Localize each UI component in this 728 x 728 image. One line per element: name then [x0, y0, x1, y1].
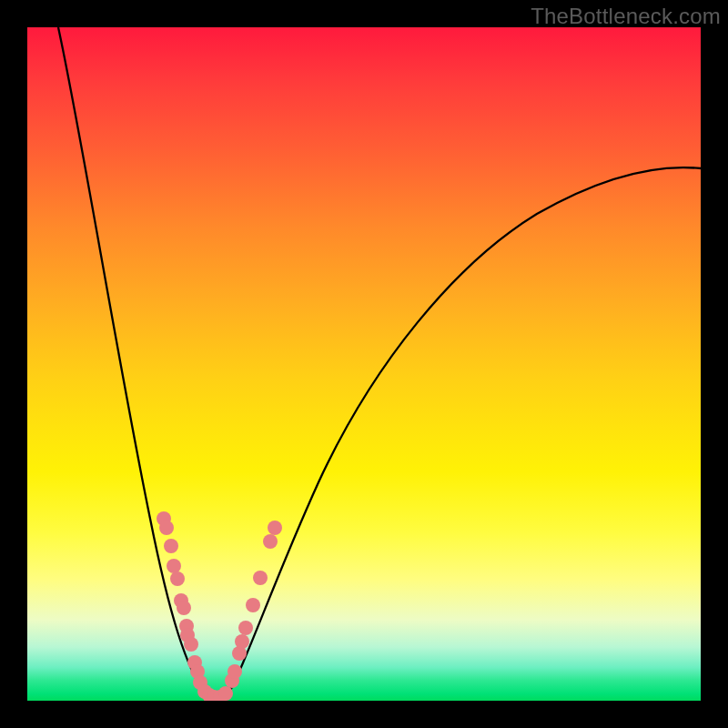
svg-point-1 [159, 521, 174, 535]
svg-point-17 [218, 686, 233, 701]
svg-point-26 [268, 521, 282, 535]
svg-point-6 [177, 601, 191, 615]
svg-point-9 [184, 637, 198, 652]
curve-right [226, 167, 701, 699]
watermark-text: TheBottleneck.com [531, 4, 721, 29]
svg-point-23 [246, 598, 260, 612]
svg-point-22 [238, 621, 253, 635]
scatter-points [157, 511, 282, 701]
svg-point-24 [253, 571, 268, 585]
chart-svg [27, 27, 701, 701]
plot-area [27, 27, 701, 701]
svg-point-3 [167, 559, 181, 573]
svg-point-21 [235, 634, 249, 649]
chart-frame: TheBottleneck.com [0, 0, 728, 728]
svg-point-4 [170, 571, 185, 586]
svg-point-25 [263, 534, 278, 549]
svg-point-19 [228, 664, 242, 679]
svg-point-2 [164, 539, 178, 553]
